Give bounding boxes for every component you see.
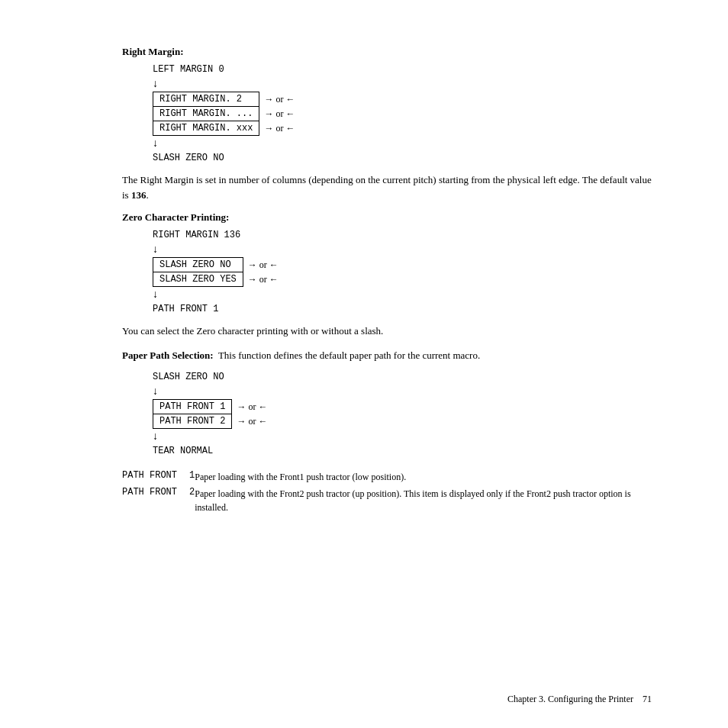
arrow-right-1: → or ← (259, 92, 300, 107)
table-row: RIGHT MARGIN. ... → or ← (153, 107, 300, 121)
arrow-right-7: → or ← (232, 414, 272, 429)
page-content: Right Margin: LEFT MARGIN 0 ↓ RIGHT MARG… (0, 0, 728, 577)
menu-item-path-front-1: PATH FRONT 1 (153, 400, 232, 414)
menu-item-right-margin-2: RIGHT MARGIN. 2 (153, 92, 259, 107)
paper-path-menu: PATH FRONT 1 → or ← PATH FRONT 2 → or ← (153, 399, 272, 429)
paper-path-description-text: This function defines the default paper … (218, 350, 480, 361)
paper-path-after-label: TEAR NORMAL (153, 446, 652, 456)
arrow-right-2: → or ← (259, 107, 300, 121)
path-descriptions: PATH FRONT 1 Paper loading with the Fron… (122, 469, 652, 516)
arrow-down-6: ↓ (153, 430, 652, 443)
zero-char-paragraph: You can select the Zero character printi… (122, 324, 652, 339)
menu-item-slash-zero-no: SLASH ZERO NO (153, 258, 243, 272)
arrow-right-5: → or ← (243, 272, 283, 287)
menu-item-right-margin-xxx: RIGHT MARGIN. xxx (153, 121, 259, 136)
zero-char-menu: SLASH ZERO NO → or ← SLASH ZERO YES → or… (153, 257, 284, 287)
paper-path-title: Paper Path Selection: (122, 350, 214, 361)
table-row: PATH FRONT 2 → or ← (153, 414, 272, 429)
table-row: PATH FRONT 2 Paper loading with the Fron… (122, 485, 652, 516)
arrow-down-3: ↓ (153, 243, 652, 256)
right-margin-after-label: SLASH ZERO NO (153, 153, 652, 163)
paper-path-before-label: SLASH ZERO NO (153, 372, 652, 382)
menu-item-right-margin-dots: RIGHT MARGIN. ... (153, 107, 259, 121)
table-row: RIGHT MARGIN. xxx → or ← (153, 121, 300, 136)
page-footer: Chapter 3. Configuring the Printer 71 (122, 694, 652, 705)
paper-path-section: Paper Path Selection: This function defi… (122, 348, 652, 457)
path-front-desc-1: Paper loading with the Front1 push tract… (195, 469, 652, 485)
footer-chapter: Chapter 3. Configuring the Printer (507, 694, 633, 705)
right-margin-title: Right Margin: (122, 46, 652, 58)
table-row: PATH FRONT 1 Paper loading with the Fron… (122, 469, 652, 485)
path-front-label-2: PATH FRONT (122, 485, 189, 516)
right-margin-section: Right Margin: LEFT MARGIN 0 ↓ RIGHT MARG… (122, 46, 652, 202)
path-front-label-1: PATH FRONT (122, 469, 189, 485)
path-front-num-1: 1 (189, 469, 195, 485)
path-front-num-2: 2 (189, 485, 195, 516)
footer-page: 71 (643, 694, 652, 705)
table-row: SLASH ZERO YES → or ← (153, 272, 284, 287)
table-row: RIGHT MARGIN. 2 → or ← (153, 92, 300, 107)
arrow-right-3: → or ← (259, 121, 300, 136)
menu-item-slash-zero-yes: SLASH ZERO YES (153, 272, 243, 287)
arrow-down-5: ↓ (153, 385, 652, 398)
arrow-down-2: ↓ (153, 137, 652, 150)
arrow-down-1: ↓ (153, 78, 652, 90)
table-row: SLASH ZERO NO → or ← (153, 258, 284, 272)
zero-char-section: Zero Character Printing: RIGHT MARGIN 13… (122, 211, 652, 339)
zero-char-title: Zero Character Printing: (122, 211, 652, 224)
path-front-desc-2: Paper loading with the Front2 push tract… (195, 485, 652, 516)
arrow-right-4: → or ← (243, 258, 283, 272)
menu-item-path-front-2: PATH FRONT 2 (153, 414, 232, 429)
right-margin-paragraph: The Right Margin is set in number of col… (122, 172, 652, 202)
right-margin-before-label: LEFT MARGIN 0 (153, 64, 652, 75)
right-margin-menu: RIGHT MARGIN. 2 → or ← RIGHT MARGIN. ...… (153, 92, 300, 136)
zero-char-before-label: RIGHT MARGIN 136 (153, 230, 652, 240)
table-row: PATH FRONT 1 → or ← (153, 400, 272, 414)
paper-path-intro: Paper Path Selection: This function defi… (122, 348, 652, 363)
arrow-right-6: → or ← (232, 400, 272, 414)
arrow-down-4: ↓ (153, 288, 652, 301)
path-desc-table: PATH FRONT 1 Paper loading with the Fron… (122, 469, 652, 516)
zero-char-after-label: PATH FRONT 1 (153, 304, 652, 314)
